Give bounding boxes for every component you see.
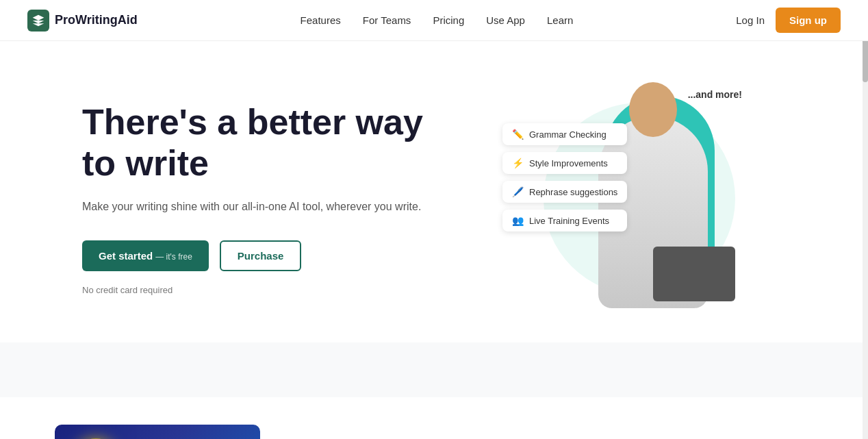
person-head xyxy=(629,82,677,137)
second-right: Do you feel like your writing lets you d… xyxy=(461,425,813,439)
feature-card-3: 👥 Live Training Events xyxy=(502,210,627,231)
nav-pricing[interactable]: Pricing xyxy=(433,14,464,26)
logo-svg xyxy=(31,14,45,27)
hero-subtitle: Make your writing shine with our all-in-… xyxy=(82,198,438,216)
purchase-button[interactable]: Purchase xyxy=(220,240,302,271)
feature-label-1: Style Improvements xyxy=(529,158,608,168)
logo-icon xyxy=(27,10,49,32)
hero-buttons: Get started— it's free Purchase xyxy=(82,240,438,271)
laptop-image xyxy=(653,247,735,301)
image-stack: My idea in my head xyxy=(55,425,288,439)
feature-card-1: ⚡ Style Improvements xyxy=(502,152,627,174)
nav-features[interactable]: Features xyxy=(301,14,341,26)
style-icon: ⚡ xyxy=(512,158,524,168)
logo-link[interactable]: ProWritingAid xyxy=(27,10,138,32)
no-credit-text: No credit card required xyxy=(82,285,438,295)
section-divider xyxy=(0,342,868,397)
grammar-icon: ✏️ xyxy=(512,129,524,140)
feature-label-2: Rephrase suggestions xyxy=(529,187,617,197)
feature-cards: ✏️ Grammar Checking ⚡ Style Improvements… xyxy=(502,123,627,231)
hero-illustration: ...and more! ✏️ Grammar Checking ⚡ Style… xyxy=(502,82,749,315)
scrollbar[interactable] xyxy=(863,0,868,439)
nav-links: Features For Teams Pricing Use App Learn xyxy=(301,14,574,27)
nav-use-app[interactable]: Use App xyxy=(486,14,525,26)
feature-label-3: Live Training Events xyxy=(529,216,609,226)
and-more-label: ...and more! xyxy=(688,89,742,100)
second-left: My idea in my head xyxy=(55,425,407,439)
login-link[interactable]: Log In xyxy=(736,14,765,26)
navbar: ProWritingAid Features For Teams Pricing… xyxy=(0,0,868,41)
hero-section: There's a better way to write Make your … xyxy=(0,41,868,342)
navbar-actions: Log In Sign up xyxy=(736,8,841,33)
hero-left: There's a better way to write Make your … xyxy=(82,102,438,294)
hero-title: There's a better way to write xyxy=(82,102,438,184)
rephrase-icon: 🖊️ xyxy=(512,186,524,197)
hero-right: ...and more! ✏️ Grammar Checking ⚡ Style… xyxy=(438,82,813,315)
signup-button[interactable]: Sign up xyxy=(776,8,841,33)
feature-label-0: Grammar Checking xyxy=(529,129,607,140)
nav-learn[interactable]: Learn xyxy=(547,14,573,26)
feature-card-2: 🖊️ Rephrase suggestions xyxy=(502,181,627,203)
brand-name: ProWritingAid xyxy=(55,13,138,27)
training-icon: 👥 xyxy=(512,215,524,226)
starry-night-bg xyxy=(55,425,260,439)
second-section: My idea in my head Do you feel like your… xyxy=(0,397,868,439)
nav-for-teams[interactable]: For Teams xyxy=(363,14,411,26)
get-started-button[interactable]: Get started— it's free xyxy=(82,240,209,271)
feature-card-0: ✏️ Grammar Checking xyxy=(502,123,627,145)
